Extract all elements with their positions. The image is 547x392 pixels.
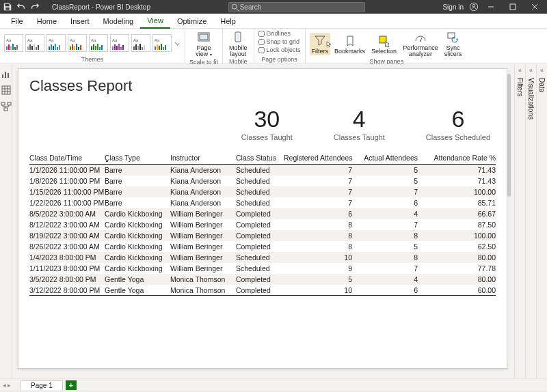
kpi-card-2[interactable]: 6Classes Scheduled xyxy=(426,107,490,141)
collapsed-pane-visualizations[interactable]: «Visualizations xyxy=(525,64,536,378)
column-header[interactable]: Class Date/Time xyxy=(29,154,105,162)
lock-objects-checkbox[interactable]: Lock objects xyxy=(258,46,301,53)
workspace: Classes Report 30Classes Taught4Classes … xyxy=(0,64,547,378)
menu-tab-home[interactable]: Home xyxy=(30,14,64,29)
kpi-value: 4 xyxy=(334,107,385,130)
theme-thumb-4[interactable]: Aa xyxy=(68,34,87,52)
svg-rect-14 xyxy=(2,86,10,94)
report-canvas-wrap: Classes Report 30Classes Taught4Classes … xyxy=(12,64,514,378)
kpi-card-1[interactable]: 4Classes Taught xyxy=(334,107,385,141)
sync-slicers-button[interactable]: Syncslicers xyxy=(442,30,464,58)
ribbon-group-scale: Pageview ▾ Scale to fit xyxy=(185,29,223,64)
table-row[interactable]: 8/12/2022 3:00:00 AMCardio KickboxingWil… xyxy=(29,219,496,230)
table-row[interactable]: 1/8/2026 11:00:00 PMBarreKiana AndersonS… xyxy=(29,176,496,186)
theme-thumb-3[interactable]: Aa xyxy=(46,34,66,52)
undo-icon[interactable] xyxy=(16,2,26,12)
user-icon[interactable] xyxy=(469,2,479,12)
selection-pane-button[interactable]: Selection xyxy=(369,33,399,55)
table-row[interactable]: 1/4/2023 8:00:00 PMCardio KickboxingWill… xyxy=(29,252,496,263)
table-cell: 80.00 xyxy=(423,253,496,262)
menu-tab-file[interactable]: File xyxy=(4,14,30,29)
collapsed-pane-data[interactable]: «Data xyxy=(536,64,547,378)
table-row[interactable]: 1/15/2026 11:00:00 PMBarreKiana Anderson… xyxy=(29,186,496,197)
table-row[interactable]: 1/22/2026 11:00:00 PMBarreKiana Anderson… xyxy=(29,197,496,208)
ribbon-group-mobile: Mobilelayout Mobile xyxy=(223,29,254,64)
table-cell: Cardio Kickboxing xyxy=(105,242,170,251)
collapsed-panes: «Filters«Visualizations«Data xyxy=(514,64,547,378)
model-view-icon[interactable] xyxy=(1,101,12,112)
filters-pane-button[interactable]: Filters xyxy=(310,33,331,55)
column-header[interactable]: Class Status xyxy=(236,154,284,162)
table-cell: Monica Thomson xyxy=(170,275,236,283)
table-cell: 3/5/2022 8:00:00 PM xyxy=(29,275,105,283)
theme-thumb-6[interactable]: Aa xyxy=(110,34,129,52)
menu-tab-modeling[interactable]: Modeling xyxy=(96,14,141,29)
data-view-icon[interactable] xyxy=(1,85,12,96)
table-row[interactable]: 1/1/2026 11:00:00 PMBarreKiana AndersonS… xyxy=(29,165,496,176)
themes-dropdown[interactable] xyxy=(174,42,181,44)
theme-thumb-7[interactable]: Aa xyxy=(131,34,150,52)
sign-in-button[interactable]: Sign in xyxy=(442,3,464,11)
theme-thumb-2[interactable]: Aa xyxy=(25,34,44,52)
save-icon[interactable] xyxy=(3,2,12,12)
table-cell: Kiana Anderson xyxy=(170,166,236,174)
redo-icon[interactable] xyxy=(30,2,40,12)
table-cell: 71.43 xyxy=(423,177,496,185)
table-cell: 7 xyxy=(284,166,359,174)
theme-thumb-5[interactable]: Aa xyxy=(89,34,108,52)
table-cell: Barre xyxy=(105,199,170,207)
table-cell: 5 xyxy=(359,166,423,174)
ribbon-group-themes: AaAaAaAaAaAaAaAa Themes xyxy=(0,29,185,64)
column-header[interactable]: Class Type▲ xyxy=(105,154,170,162)
page-tab-1[interactable]: Page 1 xyxy=(21,380,63,390)
table-row[interactable]: 1/11/2023 8:00:00 PMCardio KickboxingWil… xyxy=(29,263,496,274)
table-cell: William Beringer xyxy=(170,253,236,262)
menu-tab-help[interactable]: Help xyxy=(213,14,243,29)
minimize-button[interactable] xyxy=(481,0,501,14)
report-view-icon[interactable] xyxy=(1,68,12,79)
theme-thumb-1[interactable]: Aa xyxy=(4,34,23,52)
table-row[interactable]: 3/12/2022 8:00:00 PMGentle YogaMonica Th… xyxy=(29,285,496,296)
bookmarks-pane-button[interactable]: Bookmarks xyxy=(332,33,367,55)
kpi-card-0[interactable]: 30Classes Taught xyxy=(241,107,293,141)
page-nav-arrows[interactable]: ◂▸ xyxy=(3,382,11,389)
page-tabs: ◂▸ Page 1 + xyxy=(0,378,547,391)
table-row[interactable]: 8/19/2022 3:00:00 AMCardio KickboxingWil… xyxy=(29,230,496,241)
search-input[interactable] xyxy=(228,2,365,12)
theme-thumb-8[interactable]: Aa xyxy=(152,34,172,52)
svg-point-0 xyxy=(232,4,237,9)
table-cell: 9 xyxy=(284,264,359,272)
table-cell: Barre xyxy=(105,177,170,185)
maximize-button[interactable] xyxy=(503,0,522,14)
table-row[interactable]: 3/5/2022 8:00:00 PMGentle YogaMonica Tho… xyxy=(29,274,496,285)
vertical-scrollbar[interactable] xyxy=(507,70,511,363)
add-page-button[interactable]: + xyxy=(66,380,77,390)
ribbon-group-page-options: Gridlines Snap to grid Lock objects Page… xyxy=(254,29,306,64)
mobile-layout-button[interactable]: Mobilelayout xyxy=(227,30,250,58)
performance-analyzer-button[interactable]: Performanceanalyzer xyxy=(401,30,440,58)
kpi-value: 30 xyxy=(241,107,293,130)
table-row[interactable]: 8/5/2022 3:00:00 AMCardio KickboxingWill… xyxy=(29,208,496,219)
snap-to-grid-checkbox[interactable]: Snap to grid xyxy=(258,38,300,45)
gridlines-checkbox[interactable]: Gridlines xyxy=(258,30,291,37)
column-header[interactable]: Registered Attendees xyxy=(284,154,359,162)
menu-tab-view[interactable]: View xyxy=(140,14,170,29)
menu-tab-optimize[interactable]: Optimize xyxy=(170,14,213,29)
menu-tab-insert[interactable]: Insert xyxy=(64,14,96,29)
table-row[interactable]: 8/26/2022 3:00:00 AMCardio KickboxingWil… xyxy=(29,241,496,252)
table-cell: 100.00 xyxy=(423,188,496,196)
table-cell: 8 xyxy=(284,232,359,240)
column-header[interactable]: Actual Attendees xyxy=(359,154,423,162)
close-button[interactable] xyxy=(525,0,544,14)
collapsed-pane-filters[interactable]: «Filters xyxy=(514,64,525,378)
table-cell: 8/12/2022 3:00:00 AM xyxy=(29,221,105,229)
search-icon xyxy=(230,3,240,12)
table-cell: Scheduled xyxy=(236,177,284,185)
page-view-button[interactable]: Pageview ▾ xyxy=(194,30,214,59)
sort-asc-icon: ▲ xyxy=(105,158,109,162)
table-cell: 8 xyxy=(359,253,423,262)
column-header[interactable]: Instructor xyxy=(170,154,236,162)
report-canvas[interactable]: Classes Report 30Classes Taught4Classes … xyxy=(18,68,507,369)
column-header[interactable]: Attendance Rate % xyxy=(423,154,496,162)
table-cell: Kiana Anderson xyxy=(170,188,236,196)
